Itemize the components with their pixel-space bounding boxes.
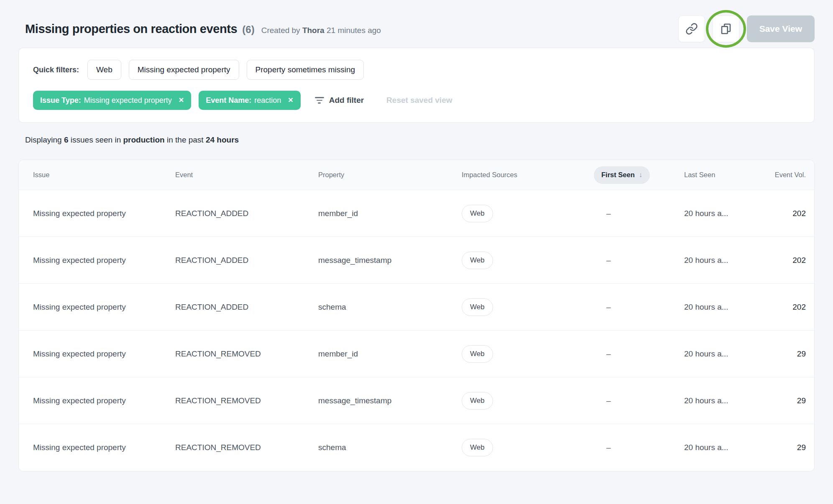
duplicate-view-button[interactable] — [713, 15, 739, 42]
filter-chip-event-name[interactable]: Event Name: reaction ✕ — [199, 91, 301, 110]
cell-property: schema — [318, 443, 462, 452]
cell-event: REACTION_ADDED — [175, 303, 318, 312]
duplicate-button-wrap — [713, 15, 739, 42]
cell-issue: Missing expected property — [33, 443, 175, 452]
cell-last-seen: 20 hours a... — [684, 396, 764, 405]
first-seen-label: First Seen — [601, 171, 635, 179]
cell-first-seen: – — [601, 256, 684, 265]
cell-last-seen: 20 hours a... — [684, 303, 764, 312]
column-header-last-seen[interactable]: Last Seen — [684, 171, 764, 179]
save-view-button[interactable]: Save View — [747, 15, 815, 42]
summary-time-range: 24 hours — [206, 135, 239, 144]
quick-filter-missing-expected-property[interactable]: Missing expected property — [129, 60, 239, 80]
quick-filters-label: Quick filters: — [33, 66, 79, 74]
source-badge: Web — [462, 392, 493, 410]
table-row[interactable]: Missing expected property REACTION_ADDED… — [19, 284, 814, 331]
cell-issue: Missing expected property — [33, 209, 175, 218]
header-actions: Save View — [678, 15, 815, 42]
quick-filters-row: Quick filters: Web Missing expected prop… — [33, 60, 800, 80]
cell-issue: Missing expected property — [33, 256, 175, 265]
source-badge: Web — [462, 252, 493, 269]
copy-duplicate-icon — [720, 23, 732, 35]
sort-desc-arrow-icon: ↓ — [639, 171, 643, 179]
cell-event-volume: 29 — [764, 396, 806, 405]
cell-first-seen: – — [601, 303, 684, 312]
title-group: Missing properties on reaction events (6… — [25, 22, 381, 36]
quick-filter-web[interactable]: Web — [87, 60, 121, 80]
source-badge: Web — [462, 205, 493, 222]
cell-issue: Missing expected property — [33, 303, 175, 312]
table-row[interactable]: Missing expected property REACTION_ADDED… — [19, 237, 814, 284]
cell-event-volume: 29 — [764, 443, 806, 452]
page-title: Missing properties on reaction events — [25, 22, 237, 36]
add-filter-label: Add filter — [329, 96, 364, 105]
reset-saved-view-button[interactable]: Reset saved view — [386, 96, 452, 105]
cell-property: member_id — [318, 209, 462, 218]
created-by-name: Thora — [302, 26, 325, 35]
filter-chip-label: Issue Type: — [40, 96, 81, 105]
cell-property: schema — [318, 303, 462, 312]
column-header-issue[interactable]: Issue — [33, 171, 175, 179]
source-badge: Web — [462, 345, 493, 363]
page-header: Missing properties on reaction events (6… — [0, 0, 833, 47]
column-header-impacted-sources[interactable]: Impacted Sources — [462, 171, 601, 179]
source-badge: Web — [462, 439, 493, 456]
filter-chip-value: reaction — [254, 96, 281, 105]
remove-filter-icon[interactable]: ✕ — [288, 97, 293, 104]
quick-filter-property-sometimes-missing[interactable]: Property sometimes missing — [247, 60, 364, 80]
filter-chip-value: Missing expected property — [84, 96, 172, 105]
cell-last-seen: 20 hours a... — [684, 256, 764, 265]
cell-issue: Missing expected property — [33, 396, 175, 405]
cell-property: message_timestamp — [318, 396, 462, 405]
table-row[interactable]: Missing expected property REACTION_REMOV… — [19, 424, 814, 471]
cell-event: REACTION_REMOVED — [175, 349, 318, 359]
active-filters-row: Issue Type: Missing expected property ✕ … — [33, 91, 800, 110]
created-by-time: 21 minutes ago — [327, 26, 381, 35]
cell-event-volume: 202 — [764, 209, 806, 218]
column-header-event[interactable]: Event — [175, 171, 318, 179]
issues-table: Issue Event Property Impacted Sources Fi… — [18, 160, 815, 471]
cell-event: REACTION_ADDED — [175, 256, 318, 265]
cell-property: member_id — [318, 349, 462, 359]
table-header-row: Issue Event Property Impacted Sources Fi… — [19, 160, 814, 190]
cell-event: REACTION_ADDED — [175, 209, 318, 218]
cell-issue: Missing expected property — [33, 349, 175, 359]
column-header-property[interactable]: Property — [318, 171, 462, 179]
cell-last-seen: 20 hours a... — [684, 349, 764, 359]
summary-environment: production — [123, 135, 164, 144]
cell-first-seen: – — [601, 396, 684, 405]
summary-count: 6 — [64, 135, 69, 144]
summary-text: Displaying — [25, 135, 62, 144]
cell-first-seen: – — [601, 209, 684, 218]
table-row[interactable]: Missing expected property REACTION_REMOV… — [19, 377, 814, 424]
column-header-event-vol[interactable]: Event Vol. — [764, 171, 806, 179]
cell-event-volume: 29 — [764, 349, 806, 359]
cell-last-seen: 20 hours a... — [684, 209, 764, 218]
summary-text: in the past — [167, 135, 204, 144]
issue-count: (6) — [242, 24, 254, 36]
cell-first-seen: – — [601, 349, 684, 359]
column-header-first-seen: First Seen ↓ — [601, 166, 684, 184]
source-badge: Web — [462, 298, 493, 316]
created-by-prefix: Created by — [261, 26, 300, 35]
cell-last-seen: 20 hours a... — [684, 443, 764, 452]
filters-card: Quick filters: Web Missing expected prop… — [18, 48, 815, 123]
cell-first-seen: – — [601, 443, 684, 452]
first-seen-sort-button[interactable]: First Seen ↓ — [594, 166, 650, 184]
cell-event-volume: 202 — [764, 303, 806, 312]
cell-event: REACTION_REMOVED — [175, 443, 318, 452]
cell-property: message_timestamp — [318, 256, 462, 265]
summary-text: issues seen in — [71, 135, 121, 144]
cell-event-volume: 202 — [764, 256, 806, 265]
table-row[interactable]: Missing expected property REACTION_REMOV… — [19, 331, 814, 377]
link-icon — [685, 23, 698, 35]
table-row[interactable]: Missing expected property REACTION_ADDED… — [19, 190, 814, 237]
results-summary: Displaying 6 issues seen in production i… — [25, 135, 815, 145]
copy-link-button[interactable] — [678, 15, 705, 42]
cell-event: REACTION_REMOVED — [175, 396, 318, 405]
filter-chip-label: Event Name: — [206, 96, 251, 105]
add-filter-button[interactable]: Add filter — [315, 96, 364, 105]
filter-chip-issue-type[interactable]: Issue Type: Missing expected property ✕ — [33, 91, 191, 110]
filter-lines-icon — [315, 97, 324, 104]
remove-filter-icon[interactable]: ✕ — [179, 97, 184, 104]
